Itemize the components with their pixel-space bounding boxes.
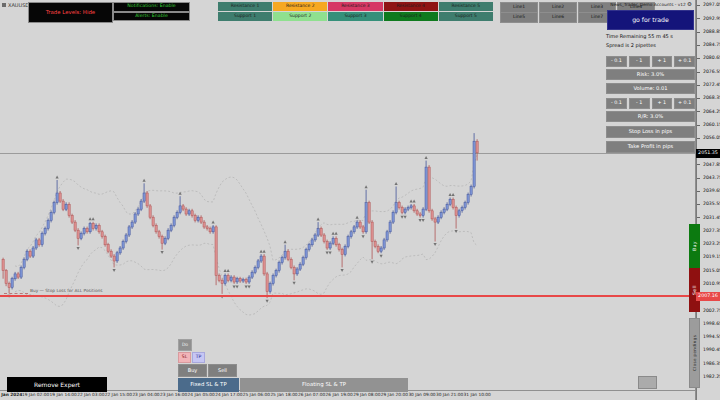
panel-collapse-button[interactable]: Do — [178, 339, 192, 351]
time-axis-label: 19 Jan 02:00 — [22, 392, 49, 397]
line-6-button[interactable]: Line6 — [539, 12, 577, 23]
price-tick — [697, 125, 700, 126]
price-scale-label: 2097.05 — [703, 2, 720, 7]
price-scale-label: 2015.05 — [703, 268, 720, 273]
price-tick — [697, 178, 700, 179]
rr-button[interactable]: R/R: 3.0% — [606, 111, 695, 122]
time-axis-label: 30 Jan 21:00 — [436, 392, 463, 397]
resistance-button-row: Resistance 1Resistance 2Resistance 3Resi… — [218, 2, 493, 11]
gear-icon[interactable]: ⚙ — [687, 1, 692, 7]
chart-icon — [2, 3, 6, 7]
app-title-text: News_Trader_Demo Accounts - v12 — [610, 2, 685, 7]
floating-sltp-button[interactable]: Floating SL & TP — [240, 378, 408, 392]
price-tick — [697, 58, 700, 59]
time-axis-label: 31 Jan 10:00 — [464, 392, 491, 397]
time-axis-label: 19 Jan 14:00 — [50, 392, 77, 397]
risk-stepper-3[interactable]: + 1 — [652, 56, 673, 67]
price-scale-label: 1982.25 — [703, 374, 720, 379]
price-scale-label: 1990.45 — [703, 347, 720, 352]
price-scale-label: 2064.25 — [703, 109, 720, 114]
price-tick — [697, 164, 700, 165]
price-scale-label: 1998.65 — [703, 321, 720, 326]
resistance-4-button[interactable]: Resistance 4 — [384, 2, 438, 11]
price-scale-label: 2039.65 — [703, 188, 720, 193]
price-scale-label: 2010.95 — [703, 281, 720, 286]
price-scale-label: 2084.75 — [703, 42, 720, 47]
chart-area[interactable] — [0, 0, 695, 400]
price-scale-label: 2056.05 — [703, 135, 720, 140]
spread-label: Spread is 2 pipettes — [606, 42, 656, 48]
risk-stepper-1[interactable]: - 0.1 — [606, 56, 627, 67]
price-tick — [697, 72, 700, 73]
time-axis-label: 29 Jan 08:00 — [353, 392, 380, 397]
price-scale-label: 1986.35 — [703, 361, 720, 366]
rr-stepper-1[interactable]: - 0.1 — [606, 98, 627, 109]
tp-toggle-button[interactable]: TP — [192, 352, 205, 363]
buy-side-button[interactable]: Buy — [689, 224, 700, 268]
price-tick — [697, 32, 700, 33]
trade-levels-button[interactable]: Trade Levels: Hide — [28, 2, 113, 23]
price-scale-label: 2092.95 — [703, 16, 720, 21]
support-3-button[interactable]: Support 3 — [328, 12, 382, 21]
time-axis-label: 30 Jan 09:00 — [408, 392, 435, 397]
price-tick — [697, 138, 700, 139]
price-tick — [697, 111, 700, 112]
go-for-trade-button[interactable]: go for trade — [607, 10, 694, 30]
time-axis-label: 26 Jan 19:00 — [326, 392, 353, 397]
current-price-box: 2051.35 — [696, 149, 720, 158]
alerts-button[interactable]: Alerts: Enable — [113, 12, 190, 22]
stop-loss-line[interactable] — [0, 295, 695, 297]
mini-buy-button[interactable]: Buy — [178, 364, 207, 377]
rr-stepper-4[interactable]: + 0.1 — [674, 98, 695, 109]
resistance-5-button[interactable]: Resistance 5 — [439, 2, 493, 11]
support-2-button[interactable]: Support 2 — [273, 12, 327, 21]
resistance-3-button[interactable]: Resistance 3 — [328, 2, 382, 11]
time-axis-label: 25 Jan 18:00 — [270, 392, 297, 397]
resistance-2-button[interactable]: Resistance 2 — [273, 2, 327, 11]
time-axis-label: 24 Jan 05:00 — [188, 392, 215, 397]
price-tick — [697, 45, 700, 46]
time-axis-label: 29 Jan 20:00 — [381, 392, 408, 397]
time-axis-label: 26 Jan 07:00 — [298, 392, 325, 397]
price-scale-label: 2080.65 — [703, 55, 720, 60]
notifications-button[interactable]: Notifications: Enable — [113, 2, 190, 12]
sell-side-button[interactable]: Sell — [689, 268, 700, 312]
price-scale-label: 2088.85 — [703, 29, 720, 34]
risk-stepper-2[interactable]: - 1 — [629, 56, 650, 67]
time-axis-label: 24 Jan 17:00 — [215, 392, 242, 397]
stop-price-box: 2007.16 — [696, 292, 720, 301]
volume-button[interactable]: Volume: 0.01 — [606, 83, 695, 94]
time-axis-label: 25 Jan 06:00 — [243, 392, 270, 397]
price-scale-label: 2031.45 — [703, 215, 720, 220]
price-tick — [697, 5, 700, 6]
fixed-sltp-button[interactable]: Fixed SL & TP — [178, 378, 239, 392]
stop-loss-button[interactable]: Stop Loss in pips — [606, 126, 695, 138]
support-5-button[interactable]: Support 5 — [439, 12, 493, 21]
price-tick — [697, 217, 700, 218]
time-axis-label: 18 Jan 2024 — [0, 392, 22, 397]
mini-sell-button[interactable]: Sell — [208, 364, 237, 377]
price-scale-label: 2072.45 — [703, 82, 720, 87]
time-axis-label: 23 Jan 16:00 — [160, 392, 187, 397]
rr-stepper-3[interactable]: + 1 — [652, 98, 673, 109]
line-5-button[interactable]: Line5 — [500, 12, 538, 23]
remove-expert-button[interactable]: Remove Expert — [7, 377, 107, 392]
price-scale-label: 2068.35 — [703, 95, 720, 100]
stop-line-dash — [4, 293, 28, 294]
rr-stepper-2[interactable]: - 1 — [629, 98, 650, 109]
close-pendings-button[interactable]: Close pendings — [689, 318, 700, 388]
support-4-button[interactable]: Support 4 — [384, 12, 438, 21]
resistance-1-button[interactable]: Resistance 1 — [218, 2, 272, 11]
sl-toggle-button[interactable]: SL — [178, 352, 191, 363]
scrollbar-thumb[interactable] — [638, 376, 657, 389]
price-scale-label: 2060.15 — [703, 122, 720, 127]
app-title: News_Trader_Demo Accounts - v12 ⚙ — [560, 1, 692, 7]
price-scale-label: 2002.75 — [703, 308, 720, 313]
support-button-row: Support 1Support 2Support 3Support 4Supp… — [218, 12, 493, 21]
support-1-button[interactable]: Support 1 — [218, 12, 272, 21]
risk-button[interactable]: Risk: 3.0% — [606, 69, 695, 80]
take-profit-button[interactable]: Take Profit in pips — [606, 141, 695, 153]
price-scale-label: 2043.75 — [703, 175, 720, 180]
risk-stepper-4[interactable]: + 0.1 — [674, 56, 695, 67]
price-scale-label: 2019.15 — [703, 254, 720, 259]
